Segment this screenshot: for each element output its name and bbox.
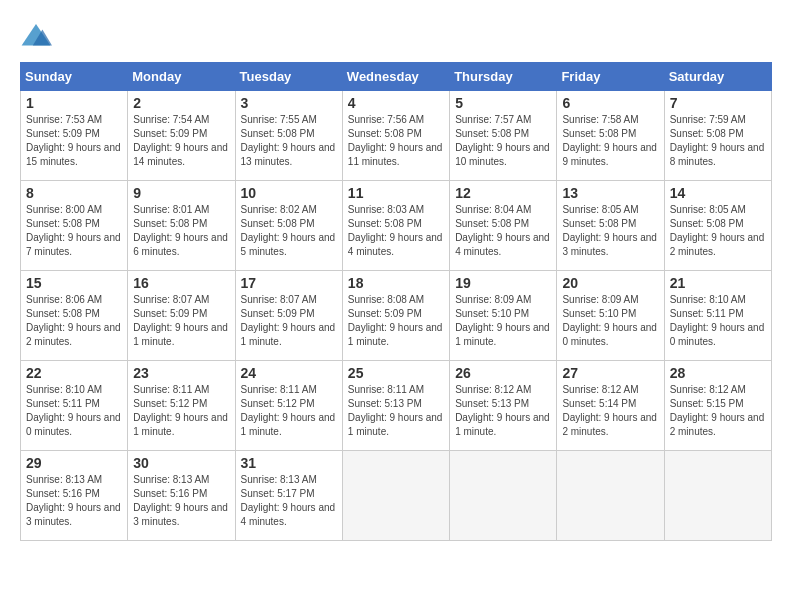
calendar-cell: 5 Sunrise: 7:57 AMSunset: 5:08 PMDayligh… bbox=[450, 91, 557, 181]
calendar-cell: 12 Sunrise: 8:04 AMSunset: 5:08 PMDaylig… bbox=[450, 181, 557, 271]
calendar-cell: 22 Sunrise: 8:10 AMSunset: 5:11 PMDaylig… bbox=[21, 361, 128, 451]
day-number: 19 bbox=[455, 275, 551, 291]
calendar-cell: 17 Sunrise: 8:07 AMSunset: 5:09 PMDaylig… bbox=[235, 271, 342, 361]
day-info: Sunrise: 8:04 AMSunset: 5:08 PMDaylight:… bbox=[455, 204, 550, 257]
day-number: 16 bbox=[133, 275, 229, 291]
calendar-cell: 28 Sunrise: 8:12 AMSunset: 5:15 PMDaylig… bbox=[664, 361, 771, 451]
day-number: 11 bbox=[348, 185, 444, 201]
day-info: Sunrise: 7:55 AMSunset: 5:08 PMDaylight:… bbox=[241, 114, 336, 167]
day-info: Sunrise: 7:59 AMSunset: 5:08 PMDaylight:… bbox=[670, 114, 765, 167]
day-info: Sunrise: 8:03 AMSunset: 5:08 PMDaylight:… bbox=[348, 204, 443, 257]
calendar-cell: 13 Sunrise: 8:05 AMSunset: 5:08 PMDaylig… bbox=[557, 181, 664, 271]
calendar-cell: 23 Sunrise: 8:11 AMSunset: 5:12 PMDaylig… bbox=[128, 361, 235, 451]
day-number: 26 bbox=[455, 365, 551, 381]
day-info: Sunrise: 8:13 AMSunset: 5:16 PMDaylight:… bbox=[26, 474, 121, 527]
day-number: 3 bbox=[241, 95, 337, 111]
week-row-1: 1 Sunrise: 7:53 AMSunset: 5:09 PMDayligh… bbox=[21, 91, 772, 181]
header-row: SundayMondayTuesdayWednesdayThursdayFrid… bbox=[21, 63, 772, 91]
calendar-cell: 8 Sunrise: 8:00 AMSunset: 5:08 PMDayligh… bbox=[21, 181, 128, 271]
day-number: 27 bbox=[562, 365, 658, 381]
day-info: Sunrise: 8:12 AMSunset: 5:13 PMDaylight:… bbox=[455, 384, 550, 437]
day-number: 22 bbox=[26, 365, 122, 381]
day-number: 6 bbox=[562, 95, 658, 111]
day-info: Sunrise: 7:54 AMSunset: 5:09 PMDaylight:… bbox=[133, 114, 228, 167]
day-number: 17 bbox=[241, 275, 337, 291]
col-header-wednesday: Wednesday bbox=[342, 63, 449, 91]
day-info: Sunrise: 8:02 AMSunset: 5:08 PMDaylight:… bbox=[241, 204, 336, 257]
calendar-cell: 4 Sunrise: 7:56 AMSunset: 5:08 PMDayligh… bbox=[342, 91, 449, 181]
day-info: Sunrise: 8:10 AMSunset: 5:11 PMDaylight:… bbox=[26, 384, 121, 437]
calendar-cell: 7 Sunrise: 7:59 AMSunset: 5:08 PMDayligh… bbox=[664, 91, 771, 181]
day-info: Sunrise: 8:01 AMSunset: 5:08 PMDaylight:… bbox=[133, 204, 228, 257]
day-number: 21 bbox=[670, 275, 766, 291]
day-number: 7 bbox=[670, 95, 766, 111]
calendar-cell: 21 Sunrise: 8:10 AMSunset: 5:11 PMDaylig… bbox=[664, 271, 771, 361]
day-number: 15 bbox=[26, 275, 122, 291]
calendar-cell: 19 Sunrise: 8:09 AMSunset: 5:10 PMDaylig… bbox=[450, 271, 557, 361]
calendar-cell: 14 Sunrise: 8:05 AMSunset: 5:08 PMDaylig… bbox=[664, 181, 771, 271]
calendar-cell: 30 Sunrise: 8:13 AMSunset: 5:16 PMDaylig… bbox=[128, 451, 235, 541]
col-header-thursday: Thursday bbox=[450, 63, 557, 91]
day-info: Sunrise: 8:08 AMSunset: 5:09 PMDaylight:… bbox=[348, 294, 443, 347]
day-number: 1 bbox=[26, 95, 122, 111]
day-info: Sunrise: 8:12 AMSunset: 5:15 PMDaylight:… bbox=[670, 384, 765, 437]
calendar-cell: 9 Sunrise: 8:01 AMSunset: 5:08 PMDayligh… bbox=[128, 181, 235, 271]
calendar-cell: 18 Sunrise: 8:08 AMSunset: 5:09 PMDaylig… bbox=[342, 271, 449, 361]
day-info: Sunrise: 8:09 AMSunset: 5:10 PMDaylight:… bbox=[562, 294, 657, 347]
week-row-3: 15 Sunrise: 8:06 AMSunset: 5:08 PMDaylig… bbox=[21, 271, 772, 361]
day-info: Sunrise: 8:07 AMSunset: 5:09 PMDaylight:… bbox=[241, 294, 336, 347]
day-number: 18 bbox=[348, 275, 444, 291]
calendar-cell bbox=[342, 451, 449, 541]
day-info: Sunrise: 8:13 AMSunset: 5:16 PMDaylight:… bbox=[133, 474, 228, 527]
day-info: Sunrise: 8:13 AMSunset: 5:17 PMDaylight:… bbox=[241, 474, 336, 527]
day-number: 30 bbox=[133, 455, 229, 471]
day-number: 8 bbox=[26, 185, 122, 201]
col-header-tuesday: Tuesday bbox=[235, 63, 342, 91]
logo bbox=[20, 20, 56, 52]
calendar-cell bbox=[450, 451, 557, 541]
calendar-cell: 31 Sunrise: 8:13 AMSunset: 5:17 PMDaylig… bbox=[235, 451, 342, 541]
calendar-cell: 27 Sunrise: 8:12 AMSunset: 5:14 PMDaylig… bbox=[557, 361, 664, 451]
day-number: 2 bbox=[133, 95, 229, 111]
day-number: 23 bbox=[133, 365, 229, 381]
day-number: 5 bbox=[455, 95, 551, 111]
day-info: Sunrise: 8:06 AMSunset: 5:08 PMDaylight:… bbox=[26, 294, 121, 347]
calendar-cell bbox=[557, 451, 664, 541]
day-number: 10 bbox=[241, 185, 337, 201]
calendar-cell bbox=[664, 451, 771, 541]
calendar-cell: 2 Sunrise: 7:54 AMSunset: 5:09 PMDayligh… bbox=[128, 91, 235, 181]
calendar-cell: 26 Sunrise: 8:12 AMSunset: 5:13 PMDaylig… bbox=[450, 361, 557, 451]
day-info: Sunrise: 8:00 AMSunset: 5:08 PMDaylight:… bbox=[26, 204, 121, 257]
day-number: 20 bbox=[562, 275, 658, 291]
day-info: Sunrise: 7:57 AMSunset: 5:08 PMDaylight:… bbox=[455, 114, 550, 167]
week-row-2: 8 Sunrise: 8:00 AMSunset: 5:08 PMDayligh… bbox=[21, 181, 772, 271]
week-row-4: 22 Sunrise: 8:10 AMSunset: 5:11 PMDaylig… bbox=[21, 361, 772, 451]
logo-icon bbox=[20, 20, 52, 52]
day-info: Sunrise: 8:05 AMSunset: 5:08 PMDaylight:… bbox=[562, 204, 657, 257]
day-number: 13 bbox=[562, 185, 658, 201]
day-info: Sunrise: 7:58 AMSunset: 5:08 PMDaylight:… bbox=[562, 114, 657, 167]
day-info: Sunrise: 8:11 AMSunset: 5:12 PMDaylight:… bbox=[133, 384, 228, 437]
col-header-saturday: Saturday bbox=[664, 63, 771, 91]
calendar-cell: 15 Sunrise: 8:06 AMSunset: 5:08 PMDaylig… bbox=[21, 271, 128, 361]
day-number: 4 bbox=[348, 95, 444, 111]
day-info: Sunrise: 8:05 AMSunset: 5:08 PMDaylight:… bbox=[670, 204, 765, 257]
day-number: 29 bbox=[26, 455, 122, 471]
calendar-cell: 16 Sunrise: 8:07 AMSunset: 5:09 PMDaylig… bbox=[128, 271, 235, 361]
day-number: 14 bbox=[670, 185, 766, 201]
calendar-cell: 6 Sunrise: 7:58 AMSunset: 5:08 PMDayligh… bbox=[557, 91, 664, 181]
day-info: Sunrise: 8:10 AMSunset: 5:11 PMDaylight:… bbox=[670, 294, 765, 347]
day-info: Sunrise: 8:07 AMSunset: 5:09 PMDaylight:… bbox=[133, 294, 228, 347]
day-number: 24 bbox=[241, 365, 337, 381]
calendar-cell: 3 Sunrise: 7:55 AMSunset: 5:08 PMDayligh… bbox=[235, 91, 342, 181]
day-number: 9 bbox=[133, 185, 229, 201]
day-info: Sunrise: 7:56 AMSunset: 5:08 PMDaylight:… bbox=[348, 114, 443, 167]
day-info: Sunrise: 7:53 AMSunset: 5:09 PMDaylight:… bbox=[26, 114, 121, 167]
day-number: 28 bbox=[670, 365, 766, 381]
calendar-cell: 1 Sunrise: 7:53 AMSunset: 5:09 PMDayligh… bbox=[21, 91, 128, 181]
calendar-cell: 25 Sunrise: 8:11 AMSunset: 5:13 PMDaylig… bbox=[342, 361, 449, 451]
calendar-cell: 11 Sunrise: 8:03 AMSunset: 5:08 PMDaylig… bbox=[342, 181, 449, 271]
day-info: Sunrise: 8:11 AMSunset: 5:12 PMDaylight:… bbox=[241, 384, 336, 437]
calendar-cell: 24 Sunrise: 8:11 AMSunset: 5:12 PMDaylig… bbox=[235, 361, 342, 451]
day-info: Sunrise: 8:11 AMSunset: 5:13 PMDaylight:… bbox=[348, 384, 443, 437]
